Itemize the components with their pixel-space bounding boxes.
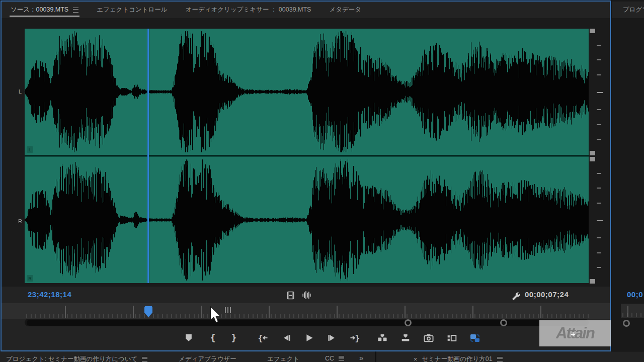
go-to-in-icon: { bbox=[258, 332, 269, 343]
level-tick bbox=[597, 220, 603, 221]
tab-audio-clip-mixer-label: オーディオクリップミキサー ： 00039.MTS bbox=[186, 6, 311, 14]
tab-effect-controls[interactable]: エフェクトコントロール bbox=[97, 2, 167, 18]
zoom-handle-left[interactable] bbox=[405, 319, 412, 326]
tab-cc[interactable]: CC bbox=[325, 355, 344, 362]
source-panel-tabbar: ソース：00039.MTS エフェクトコントロール オーディオクリップミキサー … bbox=[2, 2, 610, 18]
panel-menu-icon[interactable] bbox=[73, 8, 78, 13]
tab-source[interactable]: ソース：00039.MTS bbox=[11, 2, 78, 18]
go-to-out-icon: } bbox=[349, 332, 360, 343]
svg-text:{: { bbox=[210, 332, 215, 343]
transport-controls: {}{} bbox=[2, 327, 610, 349]
step-forward-button[interactable] bbox=[325, 331, 339, 345]
channel-left-label: L bbox=[19, 88, 22, 95]
attain-watermark: Attain + bbox=[539, 320, 611, 346]
drag-audio-icon bbox=[302, 290, 312, 300]
zoom-handle-right[interactable] bbox=[500, 319, 507, 326]
settings-button[interactable] bbox=[510, 290, 521, 301]
program-zoom-handle[interactable] bbox=[623, 320, 630, 327]
go-to-in-button[interactable]: { bbox=[256, 331, 270, 345]
premiere-pro-window: ソース：00039.MTS エフェクトコントロール オーディオクリップミキサー … bbox=[0, 0, 644, 362]
close-icon[interactable]: × bbox=[414, 356, 417, 362]
time-ruler[interactable] bbox=[2, 303, 610, 319]
audio-level-ruler[interactable] bbox=[590, 29, 610, 283]
level-tick bbox=[597, 237, 601, 238]
level-tick bbox=[597, 252, 601, 253]
svg-text:}: } bbox=[355, 333, 360, 343]
level-tick bbox=[597, 59, 601, 60]
level-tick bbox=[597, 267, 601, 268]
step-back-button[interactable] bbox=[279, 331, 293, 345]
drag-audio-only-button[interactable] bbox=[301, 290, 313, 301]
tab-project-label: プロジェクト: セミナー動画の作り方について bbox=[6, 355, 137, 362]
chevron-more-icon: » bbox=[359, 353, 363, 362]
ruler-grip-handle[interactable] bbox=[225, 307, 232, 313]
play-button[interactable] bbox=[302, 331, 316, 345]
tab-effects[interactable]: エフェクト bbox=[267, 355, 299, 362]
tab-cc-label: CC bbox=[325, 355, 334, 362]
play-icon bbox=[303, 332, 314, 343]
mark-out-icon: } bbox=[228, 332, 239, 343]
mark-out-button[interactable]: } bbox=[227, 331, 241, 345]
drag-video-only-button[interactable] bbox=[285, 290, 296, 301]
program-timecode[interactable]: 00;0 bbox=[627, 290, 644, 299]
audio-waveform-display[interactable] bbox=[25, 29, 589, 283]
duration-timecode: 00;00;07;24 bbox=[525, 290, 569, 299]
tab-effects-label: エフェクト bbox=[267, 355, 299, 362]
tab-metadata-label: メタデータ bbox=[329, 6, 361, 14]
gain-handle[interactable] bbox=[590, 29, 595, 33]
bottom-panel-tabbar: プロジェクト: セミナー動画の作り方について メディアブラウザー エフェクト C… bbox=[0, 351, 644, 362]
program-ruler-ticks bbox=[621, 304, 644, 318]
level-tick bbox=[597, 124, 601, 125]
export-frame-button[interactable] bbox=[422, 331, 436, 345]
mark-in-button[interactable]: { bbox=[206, 331, 220, 345]
tab-effect-controls-label: エフェクトコントロール bbox=[97, 6, 167, 14]
toggle-proxies-button[interactable] bbox=[468, 331, 482, 345]
tab-media-browser-label: メディアブラウザー bbox=[179, 355, 236, 362]
tab-overflow-chevron[interactable]: » bbox=[359, 353, 363, 362]
tab-audio-clip-mixer[interactable]: オーディオクリップミキサー ： 00039.MTS bbox=[186, 2, 311, 18]
panel-menu-icon[interactable] bbox=[339, 356, 344, 361]
channel-right-label: R bbox=[18, 218, 22, 224]
tab-source-label: ソース：00039.MTS bbox=[11, 6, 68, 14]
level-tick bbox=[597, 188, 601, 189]
wrench-icon bbox=[511, 291, 520, 301]
tab-program[interactable]: プログラ bbox=[623, 6, 644, 14]
insert-button[interactable] bbox=[375, 331, 389, 345]
panel-menu-icon[interactable] bbox=[142, 357, 147, 362]
step-back-icon bbox=[281, 332, 292, 343]
level-tick bbox=[597, 45, 601, 46]
go-to-out-button[interactable]: } bbox=[348, 331, 362, 345]
panel-divider bbox=[375, 351, 376, 362]
level-tick bbox=[597, 92, 603, 93]
overwrite-button[interactable] bbox=[398, 331, 413, 345]
channel-left-badge: L bbox=[27, 146, 33, 153]
proxies-icon bbox=[469, 332, 480, 343]
current-timecode[interactable]: 23;42;18;14 bbox=[28, 290, 71, 299]
marker-icon bbox=[183, 332, 194, 343]
level-tick bbox=[597, 173, 601, 174]
level-tick bbox=[597, 74, 601, 75]
playhead-line[interactable] bbox=[147, 29, 149, 283]
gain-handle[interactable] bbox=[590, 151, 595, 155]
mark-in-icon: { bbox=[207, 332, 218, 343]
overwrite-icon bbox=[400, 332, 411, 343]
tab-project[interactable]: プロジェクト: セミナー動画の作り方について bbox=[6, 355, 147, 362]
gain-handle[interactable] bbox=[590, 157, 595, 161]
level-tick bbox=[597, 139, 601, 140]
tab-timeline-sequence[interactable]: × セミナー動画の作り方01 bbox=[414, 355, 503, 362]
program-time-ruler[interactable] bbox=[621, 304, 644, 318]
insert-icon bbox=[377, 332, 388, 343]
panel-menu-icon[interactable] bbox=[497, 357, 503, 362]
time-ruler-ticks bbox=[25, 303, 589, 319]
tab-media-browser[interactable]: メディアブラウザー bbox=[179, 355, 236, 362]
svg-text:{: { bbox=[258, 333, 263, 343]
add-marker-button[interactable] bbox=[182, 331, 196, 345]
level-tick bbox=[597, 203, 601, 204]
button-editor-button[interactable] bbox=[445, 331, 459, 345]
tab-metadata[interactable]: メタデータ bbox=[329, 2, 361, 18]
step-forward-icon bbox=[327, 332, 338, 343]
tab-timeline-label: セミナー動画の作り方01 bbox=[422, 355, 492, 362]
drag-video-icon bbox=[286, 291, 295, 300]
gain-handle[interactable] bbox=[590, 279, 595, 284]
svg-text:}: } bbox=[231, 332, 236, 343]
